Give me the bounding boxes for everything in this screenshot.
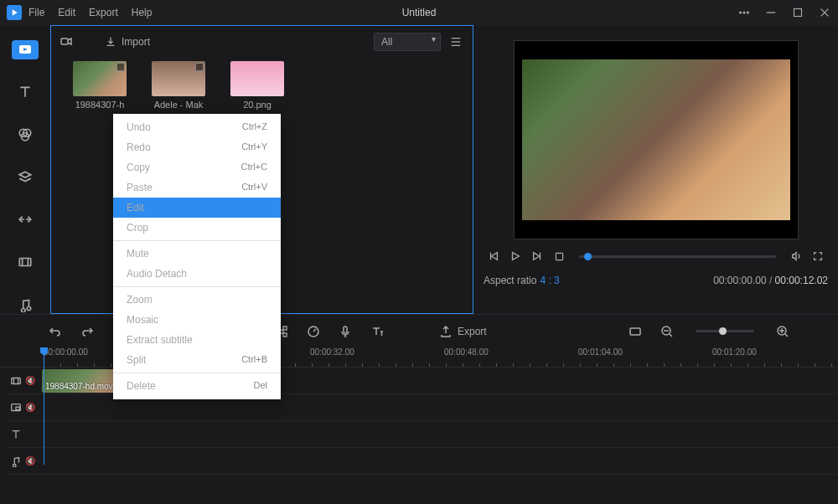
context-menu-item: Audio Detach [113,264,281,284]
element-tab[interactable] [15,253,35,272]
undo-icon[interactable] [47,323,64,340]
thumb-name: Adele - Mak [154,100,204,110]
media-thumb[interactable]: 20.png [230,61,284,110]
zoom-in-icon[interactable] [774,323,791,340]
context-menu-item[interactable]: DeleteDel [113,376,281,396]
transition-tab[interactable] [15,210,35,229]
next-frame-button[interactable] [530,249,544,263]
context-menu-item[interactable]: UndoCtrl+Z [113,117,281,137]
filter-select[interactable]: All [374,33,441,51]
playhead[interactable] [44,347,44,465]
export-button[interactable]: Export [439,323,487,340]
side-tabs [0,25,50,314]
svg-rect-43 [12,378,21,383]
zoom-slider[interactable] [696,330,754,332]
window-title: Untitled [402,7,437,18]
media-tab[interactable] [12,40,39,59]
voice-icon[interactable] [337,323,354,340]
ruler-tick: 00:01:20.00 [712,347,757,357]
svg-point-3 [747,12,749,13]
mute-icon[interactable]: 🔇 [25,456,39,465]
settings-icon[interactable] [737,6,751,19]
context-menu-item[interactable]: CopyCtrl+C [113,157,281,177]
svg-point-2 [743,12,745,13]
context-menu-item: Mute [113,244,281,264]
svg-marker-22 [513,253,520,260]
aspect-ratio-label: Aspect ratio4 : 3 [484,275,560,286]
menu-edit[interactable]: Edit [58,7,75,18]
main-menu: File Edit Export Help [28,7,152,18]
svg-rect-16 [61,39,68,44]
audio-track[interactable]: 🔇 [7,448,838,475]
mute-icon[interactable]: 🔇 [25,403,39,412]
redo-icon[interactable] [79,323,96,340]
list-view-icon[interactable] [449,36,464,48]
context-menu: UndoCtrl+ZRedoCtrl+YCopyCtrl+CPasteCtrl+… [113,114,281,399]
text-track[interactable] [7,421,838,448]
fullscreen-icon[interactable] [811,249,825,263]
thumb-name: 20.png [243,100,272,110]
svg-point-1 [740,12,742,13]
svg-marker-23 [534,253,540,260]
text-tab[interactable] [15,83,35,102]
preview-frame [514,40,799,239]
ruler-tick: 00:00:48.00 [444,347,489,357]
menu-help[interactable]: Help [132,7,153,18]
thumb-name: 19884307-h [75,100,125,110]
maximize-button[interactable] [791,6,804,19]
camera-icon[interactable] [59,34,73,50]
speed-icon[interactable] [305,323,322,340]
preview-panel: Aspect ratio4 : 3 00:00:00.00 / 00:00:12… [473,25,838,314]
context-menu-item[interactable]: Mosaic [113,310,281,330]
audio-track-icon [7,455,25,467]
context-menu-item: Extract subtitle [113,330,281,350]
zoom-out-icon[interactable] [659,323,675,340]
svg-rect-13 [19,258,31,265]
close-button[interactable] [818,6,831,19]
text-track-icon [7,429,25,440]
context-menu-item[interactable]: PasteCtrl+V [113,177,281,198]
pip-track-icon [7,402,25,414]
svg-marker-0 [13,9,18,16]
app-logo-icon [7,5,22,20]
context-menu-item: SplitCtrl+B [113,350,281,370]
svg-rect-32 [283,333,287,337]
text-tool-icon[interactable] [369,323,385,340]
media-thumb[interactable]: Adele - Mak [152,61,205,110]
preview-image [522,59,790,220]
menu-file[interactable]: File [28,7,44,18]
fit-icon[interactable] [627,323,644,340]
overlay-tab[interactable] [15,167,35,187]
aspect-ratio-value[interactable]: 4 : 3 [540,275,559,286]
import-button[interactable]: Import [105,36,150,48]
filter-tab[interactable] [15,125,35,144]
video-track-icon [7,375,25,387]
svg-rect-47 [16,407,19,410]
svg-line-40 [785,334,788,337]
stop-button[interactable] [552,249,566,263]
ruler-tick: 00:00:32.00 [310,347,354,357]
context-menu-item[interactable]: RedoCtrl+Y [113,137,281,157]
ruler-tick: 00:01:04.00 [578,347,623,357]
svg-line-37 [670,334,672,337]
mute-icon[interactable]: 🔇 [25,376,39,385]
play-button[interactable] [509,249,522,263]
context-menu-item[interactable]: Zoom [113,290,281,310]
music-tab[interactable] [15,295,35,314]
minimize-button[interactable] [764,6,778,19]
ruler-tick: 00:00:00.00 [44,347,88,357]
volume-icon[interactable] [789,249,803,263]
timecode: 00:00:00.00 / 00:00:12.02 [713,275,828,286]
preview-seek-slider[interactable] [579,255,776,258]
svg-marker-21 [491,253,497,260]
media-thumb[interactable]: 19884307-h [73,61,127,110]
svg-rect-34 [344,327,347,333]
context-menu-item[interactable]: Crop [113,218,281,238]
svg-rect-35 [630,328,640,335]
svg-rect-5 [794,9,802,17]
context-menu-item[interactable]: Edit [113,198,281,218]
title-bar: File Edit Export Help Untitled [0,0,838,25]
prev-frame-button[interactable] [487,249,500,263]
svg-rect-25 [556,253,562,260]
menu-export[interactable]: Export [89,7,118,18]
